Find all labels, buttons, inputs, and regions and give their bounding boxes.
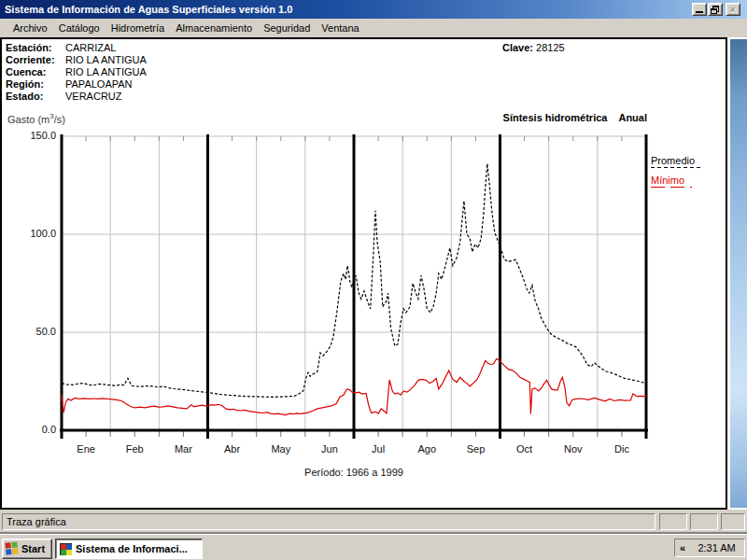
x-axis-month-labels: EneFebMarAbrMayJunJulAgoSepOctNovDic [62, 443, 646, 455]
status-panel [659, 513, 687, 530]
taskbar-task-button[interactable]: Sistema de Informaci... [55, 539, 203, 559]
month-label-jun: Jun [305, 443, 354, 455]
status-panel [721, 513, 745, 530]
month-label-dic: Dic [598, 443, 646, 455]
station-row: Estado:VERACRUZ [6, 91, 147, 103]
station-clave: Clave: 28125 [502, 42, 565, 53]
month-label-oct: Oct [500, 443, 549, 455]
start-label: Start [21, 543, 45, 554]
chart-canvas [58, 133, 652, 444]
taskbar-clock: 2:31 AM [689, 542, 744, 553]
month-label-mar: Mar [159, 443, 207, 455]
taskbar: Start Sistema de Informaci... « 2:31 AM [0, 534, 747, 560]
menu-item-archivo[interactable]: Archivo [7, 21, 53, 35]
task-label: Sistema de Informaci... [76, 543, 188, 554]
y-tick-label: 150.0 [15, 130, 56, 141]
legend-entry-promedio: Promedio [651, 155, 703, 169]
status-panel [690, 513, 718, 530]
station-info: Estación:CARRIZALCorriente:RIO LA ANTIGU… [6, 42, 147, 103]
y-tick-label: 50.0 [15, 326, 56, 337]
month-label-ago: Ago [402, 443, 451, 455]
menu-bar: ArchivoCatálogoHidrometríaAlmacenamiento… [0, 19, 747, 37]
close-icon: × [726, 4, 740, 15]
y-tick-label: 0.0 [15, 424, 56, 435]
station-row: Estación:CARRIZAL [6, 42, 147, 54]
minimize-icon [696, 11, 703, 13]
chart-legend: Promedio Mínimo [651, 155, 703, 194]
station-row: Región:PAPALOAPAN [6, 78, 147, 91]
menu-item-hidrometria[interactable]: Hidrometría [106, 21, 170, 35]
menu-item-catalogo[interactable]: Catálogo [53, 21, 106, 35]
month-label-feb: Feb [110, 443, 159, 455]
start-button[interactable]: Start [2, 539, 52, 559]
y-axis-title: Gasto (m3/s) [7, 112, 65, 125]
menu-item-ventana[interactable]: Ventana [316, 21, 364, 35]
period-label: Período: 1966 a 1999 [62, 467, 646, 478]
station-row: Corriente:RIO LA ANTIGUA [6, 54, 147, 66]
legend-label-promedio: Promedio [651, 155, 703, 166]
window-title: Sistema de Información de Aguas Superfic… [5, 4, 292, 15]
minimize-button[interactable] [692, 3, 707, 16]
station-row: Cuenca:RIO LA ANTIGUA [6, 66, 147, 78]
restore-button[interactable] [708, 3, 723, 16]
y-tick-label: 100.0 [15, 228, 56, 239]
legend-label-minimo: Mínimo [651, 175, 703, 186]
month-label-jul: Jul [354, 443, 402, 455]
close-button[interactable]: × [726, 3, 740, 16]
right-gutter [727, 37, 747, 510]
month-label-sep: Sep [451, 443, 500, 455]
app-icon [60, 543, 72, 555]
month-label-may: May [257, 443, 305, 455]
tray-chevron-icon[interactable]: « [675, 542, 689, 553]
menu-item-almacenamiento[interactable]: Almacenamiento [170, 21, 258, 35]
right-edge-strip [730, 39, 747, 508]
document-area: Estación:CARRIZALCorriente:RIO LA ANTIGU… [0, 37, 727, 510]
month-label-nov: Nov [549, 443, 598, 455]
system-tray: « 2:31 AM [674, 539, 745, 557]
legend-solid-line-sample [651, 187, 692, 189]
status-bar: Traza gráfica [0, 510, 747, 534]
chart-mode-anual: Anual [618, 112, 647, 123]
screen: Sistema de Información de Aguas Superfic… [0, 0, 747, 560]
menu-item-seguridad[interactable]: Seguridad [258, 21, 316, 35]
month-label-ene: Ene [62, 443, 110, 455]
windows-logo-icon [5, 541, 19, 555]
status-message: Traza gráfica [2, 513, 655, 530]
month-label-abr: Abr [208, 443, 257, 455]
legend-dashed-line-sample [651, 167, 703, 169]
clave-value: 28125 [536, 42, 565, 53]
title-bar: Sistema de Información de Aguas Superfic… [0, 0, 747, 19]
clave-label: Clave: [502, 42, 533, 53]
legend-entry-minimo: Mínimo [651, 175, 703, 189]
chart-title: Síntesis hidrométricaAnual [503, 112, 647, 123]
